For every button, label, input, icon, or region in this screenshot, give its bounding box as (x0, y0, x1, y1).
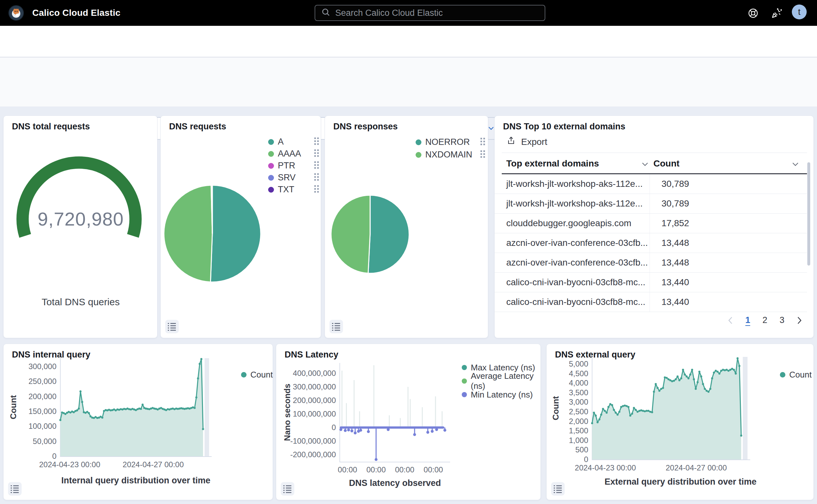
legend-item-noerror[interactable]: NOERROR (416, 136, 485, 148)
y-tick-label: 50,000 (4, 437, 56, 446)
legend-dot (462, 378, 467, 384)
cell-count[interactable]: 30,789 (650, 174, 807, 194)
legend-item[interactable]: Count (241, 370, 273, 380)
legend-actions-icon[interactable] (314, 161, 319, 171)
panel-dns-total-requests: DNS total requests 9,720,980 Total DNS q… (3, 116, 157, 338)
panel-title: DNS Top 10 external domains (503, 122, 625, 132)
table-row: jlt-worksh-jlt-workshop-aks-112e...30,78… (495, 174, 807, 194)
legend-actions-icon[interactable] (314, 185, 319, 195)
column-header-domains[interactable]: Top external domains (506, 154, 648, 173)
y-tick-label: 4,500 (547, 369, 588, 378)
table-row: jlt-worksh-jlt-workshop-aks-112e...30,78… (495, 194, 807, 214)
y-tick-label: 4,000 (547, 378, 588, 388)
global-search[interactable] (315, 5, 545, 21)
legend-actions-icon[interactable] (480, 150, 485, 160)
legend-item[interactable]: Min Latency (ns) (462, 388, 539, 401)
x-tick-label: 00:00 (366, 465, 386, 474)
area-chart (592, 355, 750, 461)
cell-domain[interactable]: calico-cni-ivan-byocni-03cfb8-mc... (495, 273, 650, 292)
cell-domain[interactable]: jlt-worksh-jlt-workshop-aks-112e... (495, 194, 650, 213)
y-tick-label: 2,500 (547, 407, 588, 416)
legend-label: A (278, 137, 284, 147)
cell-domain[interactable]: calico-cni-ivan-byocni-03cfb8-mc... (495, 292, 650, 312)
legend-item[interactable]: Count (780, 370, 812, 380)
legend-label: Count (789, 370, 812, 380)
query-bar-strip: KQL Last 7 days Show dates Refresh + Add… (0, 57, 817, 106)
legend-item-a[interactable]: A (268, 136, 319, 148)
table-row: calico-cni-ivan-byocni-03cfb8-mc...13,44… (495, 273, 807, 292)
y-tick-label: -100,000,000 (276, 437, 336, 446)
cell-domain[interactable]: clouddebugger.googleapis.com (495, 214, 650, 233)
legend-dot (416, 139, 421, 145)
legend-item-nxdomain[interactable]: NXDOMAIN (416, 148, 485, 161)
cell-count[interactable]: 30,789 (650, 194, 807, 213)
legend-actions-icon[interactable] (480, 137, 485, 147)
panel-legend-toggle-icon[interactable] (281, 482, 294, 496)
pagination-next-icon[interactable] (797, 316, 802, 325)
y-tick-label: 5,000 (547, 359, 588, 368)
y-tick-label: 1,000 (547, 436, 588, 445)
cell-domain[interactable]: azcni-over-ivan-conference-03cfb... (495, 233, 650, 253)
y-tick-label: 500 (547, 445, 588, 454)
pagination-page-1[interactable]: 1 (745, 315, 750, 325)
cell-count[interactable]: 17,852 (650, 214, 807, 233)
y-tick-label: 2,000 (547, 417, 588, 426)
cell-count[interactable]: 13,448 (650, 233, 807, 253)
news-icon[interactable] (771, 7, 783, 19)
cell-domain[interactable]: jlt-worksh-jlt-workshop-aks-112e... (495, 174, 650, 194)
pagination-prev-icon[interactable] (727, 316, 733, 325)
legend-item-ptr[interactable]: PTR (268, 160, 319, 172)
user-avatar[interactable]: t (792, 5, 807, 19)
divider (502, 153, 807, 153)
legend-item-srv[interactable]: SRV (268, 172, 319, 184)
legend-actions-icon[interactable] (314, 173, 319, 183)
legend-dot (268, 163, 274, 169)
panel-legend-toggle-icon[interactable] (165, 320, 179, 333)
x-tick-label: 2024-04-27 00:00 (123, 460, 184, 469)
table-row: clouddebugger.googleapis.com17,852 (495, 214, 807, 233)
cell-count[interactable]: 13,448 (650, 253, 807, 272)
legend-dot (268, 151, 274, 157)
gauge-value: 9,720,980 (4, 208, 158, 230)
x-axis-title: DNS latency observed (349, 478, 441, 488)
table-scrollbar[interactable] (807, 162, 810, 266)
x-tick-label: 00:00 (424, 465, 443, 474)
panel-dns-external-query: DNS external query Count Count External … (546, 344, 814, 500)
y-tick-label: 0 (547, 455, 588, 464)
y-tick-label: 400,000,000 (276, 369, 336, 378)
legend-item[interactable]: Average Latency (ns) (462, 374, 539, 388)
legend-dot (268, 187, 274, 193)
panel-legend-toggle-icon[interactable] (551, 482, 565, 496)
legend-label: NXDOMAIN (425, 150, 472, 160)
chart-legend: Count (780, 370, 812, 380)
help-icon[interactable] (747, 7, 759, 19)
global-search-input[interactable] (335, 8, 539, 18)
legend-label: TXT (278, 185, 294, 195)
legend-item-aaaa[interactable]: AAAA (268, 148, 319, 160)
legend-item-txt[interactable]: TXT (268, 184, 319, 196)
search-icon (321, 7, 331, 18)
cell-domain[interactable]: azcni-over-ivan-conference-03cfb... (495, 253, 650, 272)
export-button[interactable]: Export (506, 136, 547, 148)
gauge-caption: Total DNS queries (4, 297, 158, 307)
nav-bar: c Dashboard DNS Dashboard Full screen Sh… (0, 26, 817, 57)
x-axis-title: External query distribution over time (604, 477, 756, 487)
legend-actions-icon[interactable] (314, 149, 319, 159)
pagination-page-2[interactable]: 2 (762, 315, 767, 325)
column-header-count[interactable]: Count (653, 154, 799, 173)
column-label: Count (653, 158, 680, 169)
y-tick-label: 0 (4, 452, 56, 461)
legend-actions-icon[interactable] (314, 137, 319, 147)
panel-legend-toggle-icon[interactable] (8, 482, 22, 496)
legend-label: Count (250, 370, 273, 380)
table-row: calico-cni-ivan-byocni-03cfb8-mc...13,44… (495, 292, 807, 312)
y-tick-label: 200,000 (4, 392, 56, 401)
column-label: Top external domains (506, 158, 599, 169)
panel-dns-responses: DNS responses NOERRORNXDOMAIN (325, 116, 488, 338)
pagination-page-3[interactable]: 3 (780, 315, 784, 325)
legend-dot (462, 392, 467, 397)
y-tick-label: 250,000 (4, 377, 56, 386)
cell-count[interactable]: 13,440 (650, 273, 807, 292)
panel-legend-toggle-icon[interactable] (329, 320, 343, 333)
cell-count[interactable]: 13,440 (650, 292, 807, 312)
